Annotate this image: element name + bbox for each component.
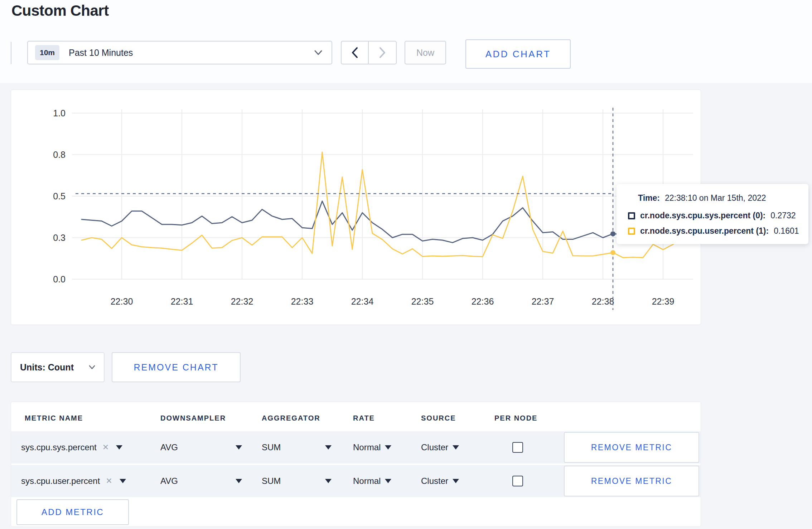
chart-panel: 0.00.30.50.81.022:3022:3122:3222:3322:34…: [11, 89, 701, 325]
metric-name-select[interactable]: sys.cpu.user.percent ✕: [21, 476, 126, 486]
dropdown-caret-icon: [385, 445, 391, 450]
metric-name-value: sys.cpu.sys.percent: [21, 442, 97, 452]
header-rate: RATE: [353, 414, 375, 422]
table-row: sys.cpu.sys.percent ✕ AVG SUM Normal Clu…: [11, 431, 701, 464]
remove-tag-icon[interactable]: ✕: [102, 443, 109, 452]
chevron-right-icon: [379, 47, 386, 58]
x-tick-label: 22:33: [291, 296, 314, 306]
per-node-checkbox[interactable]: [512, 442, 523, 453]
tooltip-series-value: 0.1601: [774, 226, 799, 236]
tooltip-series-label: cr.node.sys.cpu.sys.percent (0):: [640, 211, 765, 220]
chevron-down-icon: [314, 50, 322, 55]
table-row: sys.cpu.user.percent ✕ AVG SUM Normal Cl…: [11, 465, 701, 497]
x-tick-label: 22:36: [472, 296, 494, 306]
dropdown-caret-icon: [453, 479, 459, 483]
rate-select[interactable]: Normal: [353, 476, 391, 486]
add-metric-button[interactable]: ADD METRIC: [16, 499, 129, 525]
y-tick-label: 0.0: [53, 274, 66, 284]
downsampler-select[interactable]: AVG: [160, 476, 242, 486]
source-select[interactable]: Cluster: [421, 442, 459, 452]
next-button[interactable]: [369, 42, 396, 64]
tooltip-series-value: 0.2732: [770, 211, 796, 220]
y-tick-label: 0.5: [53, 191, 66, 201]
dropdown-caret-icon: [325, 445, 332, 450]
sys-series-swatch-icon: [628, 212, 635, 219]
add-chart-button[interactable]: ADD CHART: [465, 39, 571, 69]
remove-metric-button[interactable]: REMOVE METRIC: [564, 432, 699, 463]
remove-chart-button[interactable]: REMOVE CHART: [112, 352, 241, 382]
downsampler-value: AVG: [160, 476, 178, 486]
dropdown-caret-icon: [453, 445, 459, 450]
tooltip-series-label: cr.node.sys.cpu.user.percent (1):: [640, 226, 769, 236]
dropdown-caret-icon: [385, 479, 391, 483]
remove-metric-button[interactable]: REMOVE METRIC: [564, 466, 699, 496]
header-metric-name: METRIC NAME: [25, 414, 83, 422]
rate-value: Normal: [353, 442, 381, 452]
chart-tooltip: Time:22:38:10 on Mar 15th, 2022 cr.node.…: [617, 184, 808, 244]
source-value: Cluster: [421, 442, 448, 452]
x-tick-label: 22:39: [652, 296, 675, 306]
x-tick-label: 22:31: [171, 296, 193, 306]
source-select[interactable]: Cluster: [421, 476, 459, 486]
dropdown-caret-icon: [236, 479, 242, 483]
metric-name-select[interactable]: sys.cpu.sys.percent ✕: [21, 442, 122, 452]
remove-tag-icon[interactable]: ✕: [106, 476, 112, 486]
metrics-table: METRIC NAME DOWNSAMPLER AGGREGATOR RATE …: [11, 402, 701, 527]
now-button[interactable]: Now: [405, 41, 446, 64]
tooltip-time-label: Time:: [638, 193, 660, 203]
x-tick-label: 22:34: [351, 296, 374, 306]
aggregator-select[interactable]: SUM: [262, 476, 332, 486]
aggregator-value: SUM: [262, 442, 281, 452]
dropdown-caret-icon: [120, 479, 126, 483]
header-aggregator: AGGREGATOR: [262, 414, 320, 422]
time-pager: [341, 41, 397, 64]
dropdown-caret-icon: [116, 445, 122, 450]
hover-dot: [610, 250, 615, 255]
header-source: SOURCE: [421, 414, 456, 422]
chevron-down-icon: [89, 365, 95, 369]
metric-name-value: sys.cpu.user.percent: [21, 476, 100, 486]
downsampler-select[interactable]: AVG: [160, 442, 242, 452]
tooltip-time-row: Time:22:38:10 on Mar 15th, 2022: [638, 193, 808, 203]
per-node-checkbox[interactable]: [512, 476, 523, 486]
header-downsampler: DOWNSAMPLER: [160, 414, 226, 422]
x-tick-label: 22:30: [111, 296, 133, 306]
hover-dot: [610, 231, 615, 236]
x-tick-label: 22:38: [592, 296, 614, 306]
page-title: Custom Chart: [11, 2, 109, 19]
user-series-swatch-icon: [628, 228, 635, 235]
y-tick-label: 0.3: [53, 233, 66, 243]
downsampler-value: AVG: [160, 442, 178, 452]
x-tick-label: 22:37: [532, 296, 554, 306]
series-line: [82, 152, 693, 258]
y-tick-label: 0.8: [53, 150, 66, 160]
time-range-selector[interactable]: 10m Past 10 Minutes: [27, 41, 332, 64]
rate-select[interactable]: Normal: [353, 442, 391, 452]
tooltip-time-value: 22:38:10 on Mar 15th, 2022: [665, 193, 766, 203]
y-tick-label: 1.0: [53, 108, 66, 118]
time-range-badge: 10m: [35, 45, 59, 60]
metrics-line-chart[interactable]: 0.00.30.50.81.022:3022:3122:3222:3322:34…: [11, 90, 701, 325]
x-tick-label: 22:32: [231, 296, 253, 306]
units-label: Units: Count: [20, 362, 74, 373]
aggregator-value: SUM: [262, 476, 281, 486]
aggregator-select[interactable]: SUM: [262, 442, 332, 452]
x-tick-label: 22:35: [411, 296, 434, 306]
units-dropdown[interactable]: Units: Count: [11, 352, 105, 382]
chevron-left-icon: [352, 47, 358, 58]
prev-button[interactable]: [342, 42, 369, 64]
rate-value: Normal: [353, 476, 381, 486]
tooltip-series-row: cr.node.sys.cpu.user.percent (1): 0.1601: [628, 226, 808, 236]
dropdown-caret-icon: [325, 479, 332, 483]
tooltip-series-row: cr.node.sys.cpu.sys.percent (0): 0.2732: [628, 211, 808, 220]
time-range-label: Past 10 Minutes: [69, 48, 314, 58]
dropdown-caret-icon: [236, 445, 242, 450]
series-line: [82, 201, 693, 243]
source-value: Cluster: [421, 476, 448, 486]
toolbar-divider: [11, 42, 11, 64]
header-per-node: PER NODE: [494, 414, 537, 422]
